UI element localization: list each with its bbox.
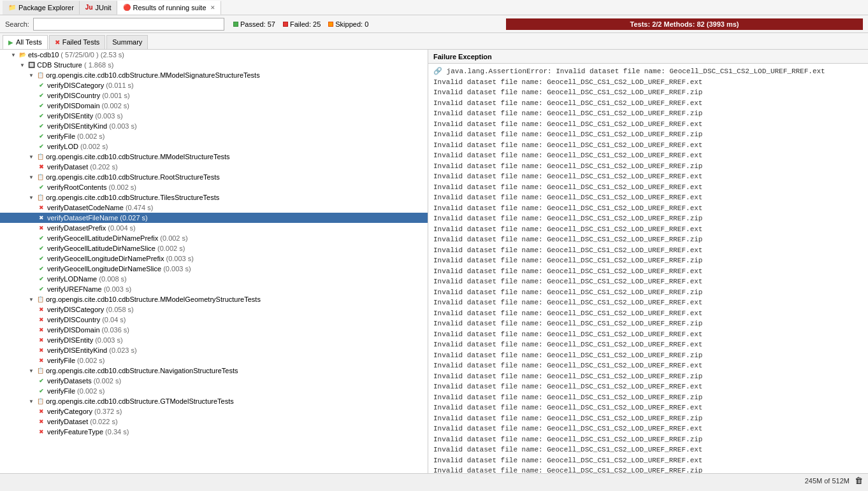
item-time: (0.003 s) [93,336,122,344]
tree-item-dis-category-1[interactable]: ✔ verifyDISCategory (0.011 s) [0,80,428,90]
search-input[interactable] [33,18,224,31]
tree-item-dis-domain-1[interactable]: ✔ verifyDISDomain (0.002 s) [0,101,428,111]
item-label: verifyRootContents [47,183,107,191]
item-time: (0.002 s) [75,132,105,140]
tree-item-dis-category-2[interactable]: ✖ verifyDISCategory (0.058 s) [0,304,428,315]
failure-line: Invalid dataset file name: Geocell_DSC_C… [433,150,863,161]
tree-item-geocell-lon-prefix[interactable]: ✔ verifyGeocellLongitudeDirNamePrefix (0… [0,253,428,264]
failure-line: Invalid dataset file name: Geocell_DSC_C… [433,308,863,319]
status-right: Passed: 57 Failed: 25 Skipped: 0 Tests: … [233,18,863,30]
collapse-root-icon: ▼ [10,52,17,58]
tree-mmodel-geom[interactable]: ▼ 📋 org.opengis.cite.cdb10.cdbStructure.… [0,294,428,304]
tree-item-root-contents[interactable]: ✔ verifyRootContents (0.002 s) [0,182,428,192]
failure-line: Invalid dataset file name: Geocell_DSC_C… [433,276,863,287]
passed-count: Passed: 57 [240,20,275,28]
failure-line: Invalid dataset file name: Geocell_DSC_C… [433,287,863,298]
tab-failed-tests-label: Failed Tests [62,38,100,46]
tree-nav-struct[interactable]: ▼ 📋 org.opengis.cite.cdb10.cdbStructure.… [0,366,428,376]
tree-item-dis-entity-kind-1[interactable]: ✔ verifyDISEntityKind (0.003 s) [0,121,428,131]
failure-line: Invalid dataset file name: Geocell_DSC_C… [433,402,863,413]
tab-package-explorer[interactable]: 📁 Package Explorer [3,1,80,15]
item-label: verifyGeocellLatitudeDirNamePrefix [47,234,158,242]
tree-item-dis-country-1[interactable]: ✔ verifyDISCountry (0.001 s) [0,90,428,101]
item-label: verifyDataset [47,418,88,425]
item-label: verifyDISEntityKind [47,122,107,130]
item-label: verifyDatasets [47,377,92,385]
tree-tiles-struct[interactable]: ▼ 📋 org.opengis.cite.cdb10.cdbStructure.… [0,192,428,203]
mmodel-geom-icon: 📋 [36,295,45,304]
item-time: (0.34 s) [103,428,129,436]
tab-failed-tests[interactable]: ✖ Failed Tests [49,35,106,49]
tree-mmodel-struct[interactable]: ▼ 📋 org.opengis.cite.cdb10.cdbStructure.… [0,152,428,162]
item-time: (0.002 s) [78,143,108,150]
tree-item-file-2[interactable]: ✖ verifyFile (0.002 s) [0,355,428,366]
failure-line: Invalid dataset file name: Geocell_DSC_C… [433,161,863,172]
failure-line: Invalid dataset file name: Geocell_DSC_C… [433,350,863,361]
close-tab-icon[interactable]: ✕ [210,4,215,11]
tab-results[interactable]: 🔴 Results of running suite ✕ [117,1,221,15]
gtmodel-struct-label: org.opengis.cite.cdb10.cdbStructure.GTMo… [46,397,234,405]
failure-content[interactable]: 🔗 java.lang.AssertionError: Invalid data… [428,64,868,473]
tree-root-struct[interactable]: ▼ 📋 org.opengis.cite.cdb10.cdbStructure.… [0,172,428,182]
failure-line: Invalid dataset file name: Geocell_DSC_C… [433,171,863,182]
junit-icon: Ju [85,4,93,11]
java-link-icon[interactable]: 🔗 [433,68,442,75]
tab-summary[interactable]: Summary [106,35,148,49]
memory-usage: 245M of 512M [805,477,850,485]
failure-line: Invalid dataset file name: Geocell_DSC_C… [433,140,863,151]
item-time: (0.023 s) [107,346,136,354]
fail-icon: ✖ [37,213,46,222]
tab-junit[interactable]: Ju JUnit [80,1,117,15]
tree-item-dataset-code-name[interactable]: ✖ verifyDatasetCodeName (0.474 s) [0,203,428,213]
search-label: Search: [5,20,29,28]
tree-item-geocell-lat-prefix[interactable]: ✔ verifyGeocellLatitudeDirNamePrefix (0.… [0,233,428,243]
tree-item-dataset-prefix[interactable]: ✖ verifyDatasetPrefix (0.004 s) [0,223,428,233]
tree-item-category-1[interactable]: ✖ verifyCategory (0.372 s) [0,406,428,416]
item-time: (0.008 s) [97,275,126,283]
tree-item-dataset-2[interactable]: ✖ verifyDataset (0.022 s) [0,416,428,427]
mmodel-geom-label: org.opengis.cite.cdb10.cdbStructure.MMod… [46,295,261,303]
tree-item-lod-name[interactable]: ✔ verifyLODName (0.008 s) [0,274,428,284]
tree-root[interactable]: ▼ 📂 ets-cdb10 ( 57/25/0/0 ) (2.53 s) [0,50,428,60]
tree-gtmodel-struct[interactable]: ▼ 📋 org.opengis.cite.cdb10.cdbStructure.… [0,396,428,406]
tree-item-dataset-1[interactable]: ✖ verifyDataset (0.202 s) [0,162,428,172]
collapse-icon: ▼ [28,194,34,201]
tree-item-dis-entity-1[interactable]: ✔ verifyDISEntity (0.003 s) [0,111,428,121]
failure-header-text: Failure Exception [433,53,492,60]
tree-item-dis-domain-2[interactable]: ✖ verifyDISDomain (0.036 s) [0,325,428,335]
item-time: (0.04 s) [100,316,126,324]
tree-item-feature-type[interactable]: ✖ verifyFeatureType (0.34 s) [0,427,428,437]
tree-item-file-1[interactable]: ✔ verifyFile (0.002 s) [0,131,428,141]
tab-all-tests[interactable]: ▶ All Tests [3,35,48,49]
failure-line: Invalid dataset file name: Geocell_DSC_C… [433,339,863,350]
pass-icon: ✔ [37,285,46,294]
item-label: verifyCategory [47,408,92,415]
failure-line: Invalid dataset file name: Geocell_DSC_C… [433,381,863,392]
failure-first-text: java.lang.AssertionError: Invalid datase… [447,68,825,75]
tree-item-uref-name[interactable]: ✔ verifyUREFName (0.003 s) [0,284,428,294]
item-time: (0.022 s) [88,418,117,425]
tree-item-dataset-filename[interactable]: ✖ verifyDatasetFileName (0.027 s) [0,213,428,223]
item-time: (0.002 s) [107,183,136,191]
tree-item-geocell-lon-slice[interactable]: ✔ verifyGeocellLongitudeDirNameSlice (0.… [0,264,428,274]
status-bar: 245M of 512M 🗑 [0,473,868,487]
failure-line: Invalid dataset file name: Geocell_DSC_C… [433,445,863,455]
failure-line: Invalid dataset file name: Geocell_DSC_C… [433,329,863,340]
tree-item-dis-country-2[interactable]: ✖ verifyDISCountry (0.04 s) [0,315,428,325]
tree-item-datasets-1[interactable]: ✔ verifyDatasets (0.002 s) [0,376,428,386]
tree-mmodel-sig[interactable]: ▼ 📋 org.opengis.cite.cdb10.cdbStructure.… [0,70,428,80]
tree-item-file-3[interactable]: ✔ verifyFile (0.002 s) [0,386,428,396]
tree-item-geocell-lat-slice[interactable]: ✔ verifyGeocellLatitudeDirNameSlice (0.0… [0,243,428,253]
failure-line: Invalid dataset file name: Geocell_DSC_C… [433,255,863,266]
trash-icon[interactable]: 🗑 [855,476,863,485]
tree-item-dis-entity-kind-2[interactable]: ✖ verifyDISEntityKind (0.023 s) [0,345,428,355]
fail-icon: ✖ [37,162,46,171]
pass-icon: ✔ [37,101,46,110]
item-time: (0.474 s) [124,204,153,211]
tree-item-dis-entity-2[interactable]: ✖ verifyDISEntity (0.003 s) [0,335,428,345]
tree-cdb-structure[interactable]: ▼ 🔲 CDB Structure ( 1.868 s) [0,60,428,70]
cdb-structure-label: CDB Structure [37,61,82,69]
failure-line: Invalid dataset file name: Geocell_DSC_C… [433,434,863,445]
item-label: verifyFeatureType [47,428,103,436]
tree-item-lod-1[interactable]: ✔ verifyLOD (0.002 s) [0,141,428,152]
